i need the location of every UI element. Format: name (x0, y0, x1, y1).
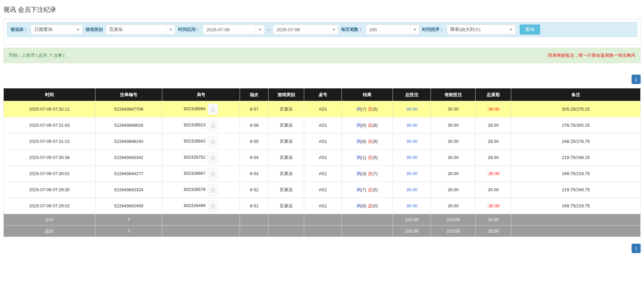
total-bet-link[interactable]: 30.00 (406, 139, 417, 144)
table-row: 2025-07-09 07:31:13 522643646240 6323268… (4, 133, 641, 150)
total-bet-link[interactable]: 30.00 (406, 171, 417, 176)
round-id: 632326499 (184, 203, 205, 208)
cell-session: 8-53 (240, 166, 269, 182)
cell-total-bet: 30.00 (393, 198, 431, 214)
column-header: 场次 (240, 88, 269, 101)
time-sort-dropdown[interactable]: 降幂(由大到小) (447, 25, 516, 35)
result-banker-label: 庄 (368, 203, 372, 208)
video-icon (210, 138, 215, 144)
video-replay-button[interactable] (208, 104, 218, 115)
cell-table-no: AS1 (304, 101, 342, 117)
cell-result: 闲(0)庄(8) (342, 117, 393, 133)
cell-round-id: 632326994 (162, 101, 240, 117)
cell-remark: 219.75/249.75 (511, 182, 641, 198)
column-header: 有效投注 (431, 88, 476, 101)
cell-time: 2025-07-09 07:30:38 (4, 150, 95, 166)
cell-remark: 249.75/219.75 (511, 166, 641, 182)
cell-session: 8-54 (240, 150, 269, 166)
bet-records-table: 时间注单编号局号场次游戏类别桌号结果总投注有效投注总派彩备注 2025-07-0… (3, 88, 641, 237)
total-bet-link[interactable]: 30.00 (406, 203, 417, 208)
total-bet-link[interactable]: 30.00 (406, 155, 417, 160)
total-payout: 25.50 (476, 226, 511, 237)
date-from-value: 2025-07-09 (203, 25, 255, 34)
currency-summary-text: 币别：人民币 | 总共 :7 注单 | (9, 52, 65, 58)
table-row: 2025-07-09 07:30:01 522643644277 6323266… (4, 166, 641, 182)
cell-result: 闲(3)庄(7) (342, 166, 393, 182)
result-banker-label: 庄 (368, 107, 372, 112)
game-type-label: 游戏类别 (85, 27, 103, 33)
game-type-dropdown[interactable]: 百家乐 (106, 25, 175, 35)
page-1-button[interactable]: 1 (632, 244, 641, 253)
cell-round-id: 632326842 (162, 133, 240, 150)
total-count: 7 (95, 226, 162, 237)
total-label: 总计 (4, 226, 95, 237)
cell-time: 2025-07-09 07:31:13 (4, 133, 95, 150)
column-header: 游戏类别 (269, 88, 304, 101)
video-icon (210, 155, 215, 160)
round-id: 632326842 (184, 138, 205, 144)
cell-result: 闲(8)庄(0) (342, 198, 393, 214)
result-player-label: 闲 (357, 203, 361, 208)
total-bet-link[interactable]: 30.00 (406, 187, 417, 192)
time-range-label: 时间区间： (178, 27, 200, 33)
date-from-dropdown[interactable]: 2025-07-09 (203, 25, 265, 35)
round-id: 632326579 (184, 187, 205, 192)
result-player-score: (0) (361, 123, 366, 128)
video-replay-button[interactable] (208, 168, 218, 179)
column-header: 时间 (4, 88, 95, 101)
total-total-bet: 210.00 (393, 226, 431, 237)
result-banker-label: 庄 (368, 171, 372, 176)
round-id: 632326752 (184, 155, 205, 160)
time-sort-label: 时间排序： (422, 27, 444, 33)
cell-round-id: 632326579 (162, 182, 240, 198)
cell-table-no: AS1 (304, 117, 342, 133)
cell-bet-id: 522643646240 (95, 133, 162, 150)
cell-result: 闲(7)庄(5) (342, 182, 393, 198)
search-button[interactable]: 查询 (520, 25, 540, 35)
result-banker-score: (5) (372, 107, 378, 112)
date-to-dropdown[interactable]: 2025-07-09 (273, 25, 338, 35)
cell-payout: -30.00 (476, 101, 511, 117)
cell-table-no: AS1 (304, 166, 342, 182)
video-replay-button[interactable] (208, 120, 218, 131)
cell-result: 闲(1)庄(5) (342, 150, 393, 166)
round-id: 632326923 (184, 122, 205, 127)
cell-bet-id: 522643646918 (95, 117, 162, 133)
cell-payout: -30.00 (476, 198, 511, 214)
video-replay-button[interactable] (208, 136, 218, 147)
video-icon (210, 106, 215, 112)
total-bet-link[interactable]: 30.00 (406, 123, 417, 128)
result-banker-score: (9) (372, 139, 378, 144)
cell-bet-id: 522643642459 (95, 198, 162, 214)
video-replay-button[interactable] (208, 200, 218, 211)
video-icon (210, 203, 215, 209)
result-banker-score: (5) (372, 155, 378, 160)
video-replay-button[interactable] (208, 184, 218, 195)
table-row: 2025-07-09 07:31:43 522643646918 6323269… (4, 117, 641, 133)
cell-valid-bet: 30.00 (431, 182, 476, 198)
select-type-dropdown[interactable]: 日期查询 (31, 25, 83, 35)
chevron-down-icon (166, 25, 175, 34)
result-banker-score: (8) (372, 123, 378, 128)
cell-valid-bet: 30.00 (431, 133, 476, 150)
table-row: 2025-07-09 07:29:02 522643642459 6323264… (4, 198, 641, 214)
column-header: 总投注 (393, 88, 431, 101)
result-player-label: 闲 (357, 155, 361, 160)
cell-time: 2025-07-09 07:31:43 (4, 117, 95, 133)
cell-payout: 30.00 (476, 182, 511, 198)
filter-bar: 请选择： 日期查询 游戏类别 百家乐 时间区间： 2025-07-09 ~ 20… (6, 22, 638, 37)
page-title: 视讯 会员下注纪录 (3, 5, 641, 14)
page-size-dropdown[interactable]: 100 (366, 25, 419, 35)
cell-round-id: 632326752 (162, 150, 240, 166)
table-row: 2025-07-09 07:29:30 522643643324 6323265… (4, 182, 641, 198)
video-icon (210, 171, 215, 176)
cell-round-id: 632326923 (162, 117, 240, 133)
cell-payout: -30.00 (476, 166, 511, 182)
cell-bet-id: 522643647706 (95, 101, 162, 117)
cell-session: 8-57 (240, 101, 269, 117)
page-1-button[interactable]: 1 (632, 75, 641, 84)
result-banker-label: 庄 (368, 123, 372, 128)
video-replay-button[interactable] (208, 152, 218, 163)
result-player-label: 闲 (357, 123, 361, 128)
total-bet-link[interactable]: 30.00 (406, 107, 417, 112)
